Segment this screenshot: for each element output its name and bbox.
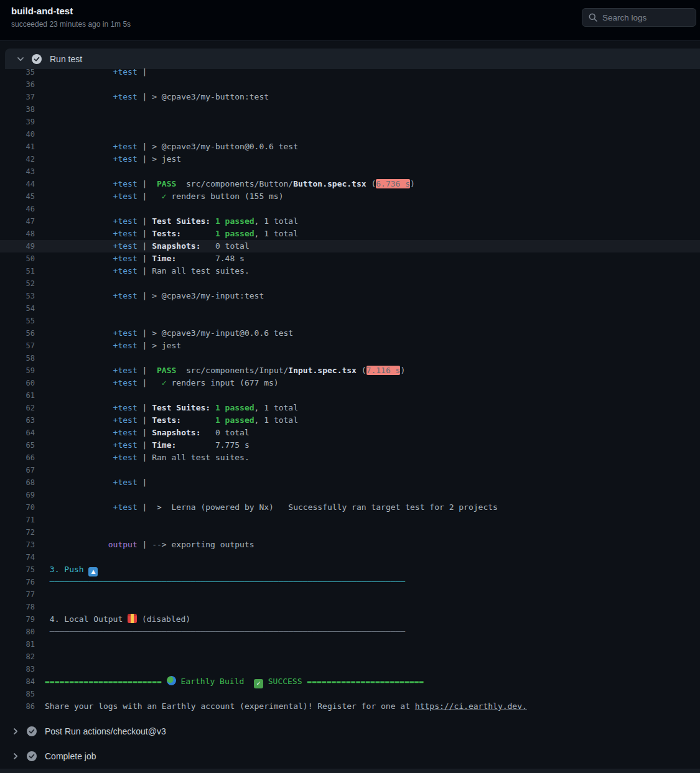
- chevron-right-icon[interactable]: [11, 726, 21, 736]
- log-line[interactable]: 63 +test | Tests: 1 passed, 1 total: [0, 414, 700, 427]
- log-line[interactable]: 43: [0, 165, 700, 178]
- line-number[interactable]: 77: [0, 588, 35, 601]
- line-number[interactable]: 73: [0, 539, 35, 551]
- line-number[interactable]: 82: [0, 650, 35, 663]
- log-line[interactable]: 65 +test | Time: 7.775 s: [0, 439, 700, 451]
- line-number[interactable]: 84: [0, 675, 35, 688]
- step-complete-job[interactable]: Complete job: [0, 744, 700, 769]
- line-number[interactable]: 43: [0, 165, 35, 178]
- line-number[interactable]: 46: [0, 203, 35, 215]
- line-number[interactable]: 81: [0, 638, 35, 650]
- log-link[interactable]: https://ci.earthly.dev.: [415, 701, 527, 711]
- step-post-run-checkout[interactable]: Post Run actions/checkout@v3: [0, 719, 700, 744]
- line-number[interactable]: 51: [0, 265, 35, 277]
- line-number[interactable]: 63: [0, 414, 35, 427]
- line-number[interactable]: 58: [0, 352, 35, 364]
- line-number[interactable]: 68: [0, 476, 35, 489]
- line-number[interactable]: 85: [0, 688, 35, 700]
- line-number[interactable]: 41: [0, 141, 35, 153]
- log-line[interactable]: 44 +test | PASS src/components/Button/Bu…: [0, 178, 700, 190]
- log-line[interactable]: 67: [0, 464, 700, 476]
- log-line[interactable]: 54: [0, 302, 700, 315]
- log-line[interactable]: 79 4. Local Output (disabled): [0, 613, 700, 626]
- log-line[interactable]: 64 +test | Snapshots: 0 total: [0, 427, 700, 439]
- log-line[interactable]: 86Share your logs with an Earthly accoun…: [0, 700, 700, 713]
- line-number[interactable]: 49: [0, 240, 35, 252]
- log-line[interactable]: 76 ─────────────────────────────────────…: [0, 576, 700, 588]
- line-number[interactable]: 75: [0, 563, 35, 576]
- log-line[interactable]: 48 +test | Tests: 1 passed, 1 total: [0, 228, 700, 240]
- line-number[interactable]: 80: [0, 626, 35, 638]
- line-number[interactable]: 55: [0, 315, 35, 327]
- log-line[interactable]: 83: [0, 663, 700, 675]
- line-number[interactable]: 42: [0, 153, 35, 165]
- log-line[interactable]: 47 +test | Test Suites: 1 passed, 1 tota…: [0, 215, 700, 228]
- log-line[interactable]: 78: [0, 601, 700, 613]
- line-number[interactable]: 52: [0, 277, 35, 290]
- line-number[interactable]: 72: [0, 526, 35, 539]
- chevron-down-icon[interactable]: [16, 54, 26, 64]
- log-line[interactable]: 38: [0, 103, 700, 116]
- log-line[interactable]: 62 +test | Test Suites: 1 passed, 1 tota…: [0, 402, 700, 414]
- log-line[interactable]: 35 +test |: [0, 66, 700, 78]
- log-line[interactable]: 82: [0, 650, 700, 663]
- log-line[interactable]: 52: [0, 277, 700, 290]
- line-number[interactable]: 37: [0, 91, 35, 103]
- line-number[interactable]: 76: [0, 576, 35, 588]
- line-number[interactable]: 66: [0, 451, 35, 464]
- line-number[interactable]: 35: [0, 66, 35, 78]
- line-number[interactable]: 59: [0, 364, 35, 377]
- line-number[interactable]: 62: [0, 402, 35, 414]
- log-line[interactable]: 77: [0, 588, 700, 601]
- line-number[interactable]: 60: [0, 377, 35, 389]
- line-number[interactable]: 50: [0, 252, 35, 265]
- log-line[interactable]: 81: [0, 638, 700, 650]
- log-line[interactable]: 84======================== Earthly Build…: [0, 675, 700, 688]
- log-line[interactable]: 75 3. Push: [0, 563, 700, 576]
- line-number[interactable]: 74: [0, 551, 35, 563]
- line-number[interactable]: 47: [0, 215, 35, 228]
- chevron-right-icon[interactable]: [11, 751, 21, 761]
- log-line[interactable]: 42 +test | > jest: [0, 153, 700, 165]
- log-line[interactable]: 72: [0, 526, 700, 539]
- log-line[interactable]: 69: [0, 489, 700, 501]
- log-line[interactable]: 73 output | --> exporting outputs: [0, 539, 700, 551]
- log-line[interactable]: 50 +test | Time: 7.48 s: [0, 252, 700, 265]
- log-line[interactable]: 58: [0, 352, 700, 364]
- line-number[interactable]: 71: [0, 514, 35, 526]
- line-number[interactable]: 57: [0, 340, 35, 352]
- line-number[interactable]: 44: [0, 178, 35, 190]
- log-line[interactable]: 51 +test | Ran all test suites.: [0, 265, 700, 277]
- line-number[interactable]: 83: [0, 663, 35, 675]
- line-number[interactable]: 53: [0, 290, 35, 302]
- line-number[interactable]: 79: [0, 613, 35, 626]
- log-line[interactable]: 70 +test | > Lerna (powered by Nx) Succe…: [0, 501, 700, 514]
- line-number[interactable]: 69: [0, 489, 35, 501]
- log-line[interactable]: 55: [0, 315, 700, 327]
- line-number[interactable]: 40: [0, 128, 35, 141]
- line-number[interactable]: 36: [0, 78, 35, 91]
- log-line[interactable]: 49 +test | Snapshots: 0 total: [0, 240, 700, 252]
- line-number[interactable]: 70: [0, 501, 35, 514]
- log-line[interactable]: 71: [0, 514, 700, 526]
- line-number[interactable]: 56: [0, 327, 35, 340]
- log-line[interactable]: 40: [0, 128, 700, 141]
- line-number[interactable]: 48: [0, 228, 35, 240]
- line-number[interactable]: 54: [0, 302, 35, 315]
- log-line[interactable]: 56 +test | > @cpave3/my-input@0.0.6 test: [0, 327, 700, 340]
- log-line[interactable]: 57 +test | > jest: [0, 340, 700, 352]
- line-number[interactable]: 39: [0, 116, 35, 128]
- log-line[interactable]: 74: [0, 551, 700, 563]
- log-search-box[interactable]: [582, 8, 696, 27]
- line-number[interactable]: 45: [0, 190, 35, 203]
- search-input[interactable]: [602, 13, 683, 22]
- line-number[interactable]: 61: [0, 389, 35, 402]
- log-line[interactable]: 45 +test | ✓ renders button (155 ms): [0, 190, 700, 203]
- log-line[interactable]: 53 +test | > @cpave3/my-input:test: [0, 290, 700, 302]
- log-line[interactable]: 37 +test | > @cpave3/my-button:test: [0, 91, 700, 103]
- log-line[interactable]: 59 +test | PASS src/components/Input/Inp…: [0, 364, 700, 377]
- log-line[interactable]: 46: [0, 203, 700, 215]
- log-line[interactable]: 80 ─────────────────────────────────────…: [0, 626, 700, 638]
- line-number[interactable]: 65: [0, 439, 35, 451]
- log-line[interactable]: 39: [0, 116, 700, 128]
